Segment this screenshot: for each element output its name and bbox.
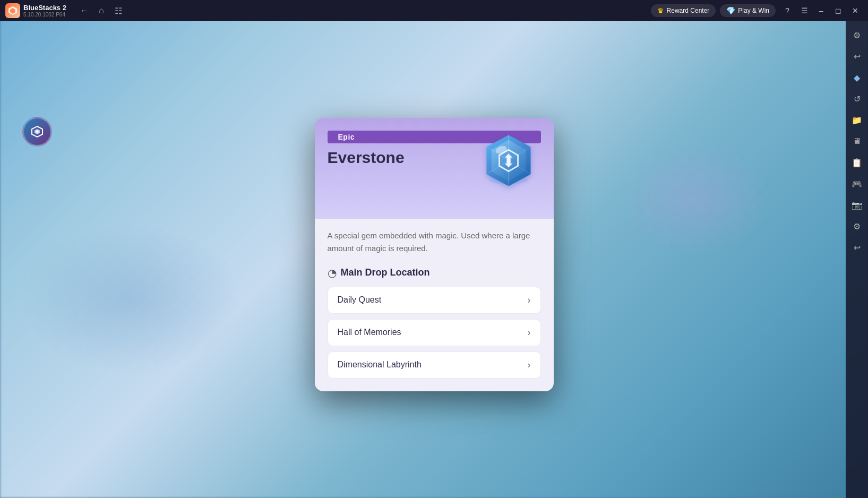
chevron-right-icon-3: › [528, 359, 531, 371]
modal-header: Epic Everstone [315, 118, 554, 219]
everstone-icon [477, 131, 540, 195]
location-item-daily-quest[interactable]: Daily Quest › [328, 287, 541, 314]
location-name-daily-quest: Daily Quest [338, 295, 382, 305]
drop-location-title: Main Drop Location [341, 267, 430, 278]
chevron-right-icon: › [528, 295, 531, 306]
modal-overlay: Epic Everstone [0, 0, 868, 498]
location-item-hall-of-memories[interactable]: Hall of Memories › [328, 319, 541, 346]
gem-container [474, 126, 543, 200]
modal-body: A special gem embedded with magic. Used … [315, 219, 554, 391]
item-description: A special gem embedded with magic. Used … [328, 229, 541, 255]
compass-icon: ◔ [328, 267, 337, 279]
item-detail-modal: Epic Everstone [315, 118, 554, 391]
location-name-dimensional-labyrinth: Dimensional Labyrinth [338, 360, 422, 370]
chevron-right-icon-2: › [528, 327, 531, 338]
location-list: Daily Quest › Hall of Memories › Dimensi… [328, 287, 541, 379]
location-name-hall-of-memories: Hall of Memories [338, 328, 401, 337]
drop-location-header: ◔ Main Drop Location [328, 267, 541, 279]
location-item-dimensional-labyrinth[interactable]: Dimensional Labyrinth › [328, 351, 541, 379]
